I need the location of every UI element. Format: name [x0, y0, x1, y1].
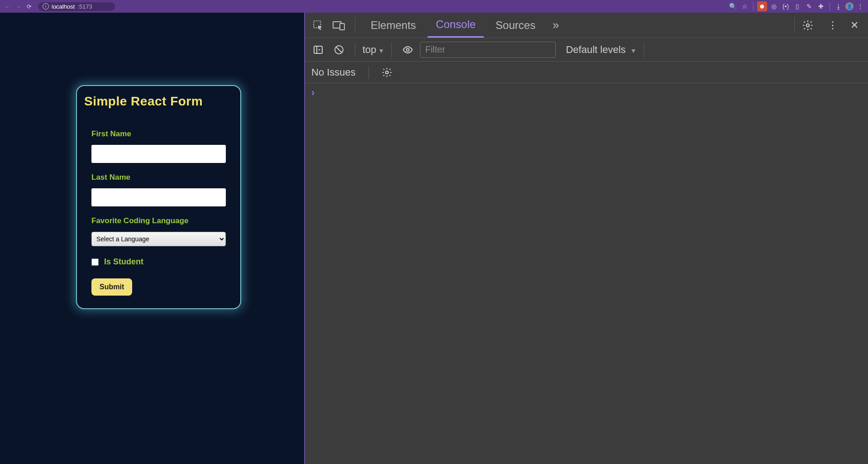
svg-point-6 — [406, 48, 409, 51]
last-name-label: Last Name — [91, 173, 226, 182]
log-levels-selector[interactable]: Default levels ▼ — [566, 44, 636, 56]
svg-rect-2 — [340, 24, 344, 30]
is-student-label: Is Student — [104, 257, 143, 267]
extension-icon-1[interactable]: ⬣ — [757, 1, 767, 11]
console-toolbar: top▼ Default levels ▼ — [305, 38, 868, 62]
last-name-input[interactable] — [91, 188, 226, 206]
url-port: :5173 — [77, 3, 92, 10]
inspect-element-icon[interactable] — [310, 17, 327, 34]
svg-point-7 — [386, 71, 388, 74]
kebab-menu-icon[interactable]: ⋮ — [855, 1, 865, 11]
console-sidebar-toggle-icon[interactable] — [310, 41, 327, 58]
url-host: localhost — [52, 3, 75, 10]
forward-button[interactable]: → — [14, 3, 23, 10]
language-select[interactable]: Select a Language — [91, 232, 226, 246]
console-settings-gear-icon[interactable] — [382, 67, 392, 78]
console-prompt-caret-icon: › — [311, 87, 315, 98]
extensions-puzzle-icon[interactable]: ✚ — [816, 1, 826, 11]
is-student-checkbox[interactable] — [91, 258, 99, 266]
extension-icon-3[interactable]: (•) — [781, 1, 791, 11]
eyedropper-icon[interactable]: ✎ — [804, 1, 814, 11]
site-info-icon[interactable]: i — [43, 3, 49, 10]
live-expression-eye-icon[interactable] — [399, 41, 416, 58]
first-name-label: First Name — [91, 129, 226, 139]
devtools-panel: Elements Console Sources » ⋮ ✕ top▼ — [304, 13, 868, 464]
is-student-field: Is Student — [84, 257, 233, 267]
back-button[interactable]: ← — [3, 3, 12, 10]
tab-console[interactable]: Console — [428, 13, 484, 38]
devtools-close-icon[interactable]: ✕ — [845, 19, 863, 31]
context-selector[interactable]: top▼ — [362, 44, 384, 56]
language-label: Favorite Coding Language — [91, 216, 226, 225]
no-issues-label: No Issues — [311, 67, 356, 78]
tab-sources[interactable]: Sources — [487, 13, 544, 38]
extension-icon-2[interactable]: ◎ — [769, 1, 779, 11]
form-title: Simple React Form — [84, 94, 233, 109]
last-name-field: Last Name — [84, 173, 233, 206]
svg-rect-4 — [314, 46, 322, 53]
main-area: Simple React Form First Name Last Name F… — [0, 13, 868, 464]
page-viewport: Simple React Form First Name Last Name F… — [0, 13, 304, 464]
first-name-field: First Name — [84, 129, 233, 163]
more-tabs-icon[interactable]: » — [547, 17, 564, 34]
bookmark-star-icon[interactable]: ☆ — [739, 1, 749, 11]
devtools-settings-icon[interactable] — [802, 19, 820, 31]
zoom-icon[interactable]: 🔍 — [728, 1, 738, 11]
console-filter-input[interactable] — [420, 42, 556, 58]
form-card: Simple React Form First Name Last Name F… — [76, 85, 241, 309]
svg-point-3 — [806, 24, 810, 27]
clear-console-icon[interactable] — [330, 41, 348, 58]
issues-bar: No Issues — [305, 62, 868, 83]
devtools-menu-icon[interactable]: ⋮ — [824, 19, 842, 31]
devtools-tabbar: Elements Console Sources » ⋮ ✕ — [305, 13, 868, 38]
address-bar[interactable]: i localhost:5173 — [38, 2, 115, 11]
extension-icon-4[interactable]: ▯ — [792, 1, 802, 11]
tab-elements[interactable]: Elements — [362, 13, 424, 38]
device-toolbar-icon[interactable] — [330, 17, 348, 34]
language-field: Favorite Coding Language Select a Langua… — [84, 216, 233, 246]
profile-avatar-icon[interactable]: 👤 — [845, 2, 854, 10]
submit-button[interactable]: Submit — [91, 278, 132, 296]
first-name-input[interactable] — [91, 145, 226, 163]
downloads-icon[interactable]: ⭳ — [834, 1, 844, 11]
reload-button[interactable]: ⟳ — [24, 3, 33, 10]
browser-toolbar: ← → ⟳ i localhost:5173 🔍 ☆ ⬣ ◎ (•) ▯ ✎ ✚… — [0, 0, 868, 13]
console-output[interactable]: › — [305, 83, 868, 464]
